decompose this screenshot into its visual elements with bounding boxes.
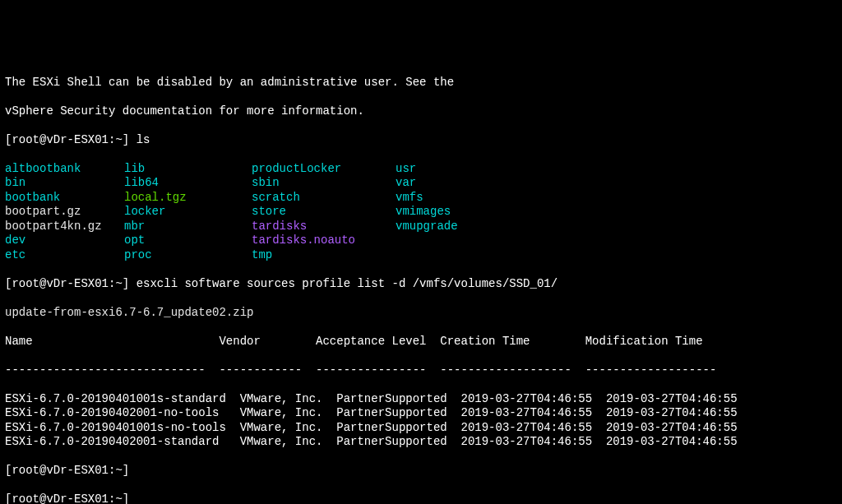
shell-prompt: [root@vDr-ESX01:~]	[5, 277, 129, 290]
shell-prompt: [root@vDr-ESX01:~]	[5, 464, 129, 477]
prompt-line[interactable]: [root@vDr-ESX01:~] esxcli software sourc…	[5, 277, 837, 292]
ls-entry	[396, 248, 494, 263]
ls-entry: tardisks	[252, 220, 396, 234]
table-header: Name Vendor Acceptance Level Creation Ti…	[5, 335, 837, 349]
ls-entry: dev	[5, 234, 124, 248]
ls-entry: usr	[396, 162, 494, 177]
ls-row: bootpart.gzlockerstorevmimages	[5, 205, 837, 220]
ls-entry: lib64	[124, 176, 252, 191]
ls-row: altbootbanklibproductLockerusr	[5, 162, 837, 177]
table-row: ESXi-6.7.0-20190401001s-no-tools VMware,…	[5, 421, 837, 436]
ls-entry: altbootbank	[5, 162, 124, 177]
table-rows: ESXi-6.7.0-20190401001s-standard VMware,…	[5, 392, 837, 450]
table-row: ESXi-6.7.0-20190402001-standard VMware, …	[5, 435, 837, 450]
ls-row: binlib64sbinvar	[5, 176, 837, 191]
ls-entry: productLocker	[252, 162, 396, 177]
ls-entry: var	[396, 176, 494, 191]
table-row: ESXi-6.7.0-20190401001s-standard VMware,…	[5, 392, 837, 407]
table-divider: ----------------------------- ----------…	[5, 363, 837, 378]
ls-row: bootbanklocal.tgzscratchvmfs	[5, 191, 837, 206]
prompt-line[interactable]: [root@vDr-ESX01:~] ls	[5, 133, 837, 148]
ls-entry: scratch	[252, 191, 396, 206]
ls-entry: opt	[124, 234, 252, 248]
ls-entry: bootpart.gz	[5, 205, 124, 220]
ls-entry: proc	[124, 248, 252, 263]
ls-entry: etc	[5, 248, 124, 263]
ls-row: etcproctmp	[5, 248, 837, 263]
ls-entry: store	[252, 205, 396, 220]
ls-entry: bootbank	[5, 191, 124, 206]
ls-row: devopttardisks.noauto	[5, 234, 837, 248]
command-ls: ls	[129, 133, 150, 146]
ls-entry: tardisks.noauto	[252, 234, 396, 248]
command-profile-list: esxcli software sources profile list -d …	[129, 277, 557, 290]
terminal-output: The ESXi Shell can be disabled by an adm…	[5, 61, 837, 504]
intro-line: vSphere Security documentation for more …	[5, 104, 837, 119]
ls-entry: vmimages	[396, 205, 494, 220]
shell-prompt: [root@vDr-ESX01:~]	[5, 492, 129, 504]
ls-entry: locker	[124, 205, 252, 220]
ls-entry: local.tgz	[124, 191, 252, 206]
command-continuation: update-from-esxi6.7-6.7_update02.zip	[5, 306, 837, 321]
ls-row: bootpart4kn.gzmbrtardisksvmupgrade	[5, 220, 837, 234]
table-row: ESXi-6.7.0-20190402001-no-tools VMware, …	[5, 406, 837, 421]
prompt-line[interactable]: [root@vDr-ESX01:~]	[5, 492, 837, 504]
ls-output: altbootbanklibproductLockerusrbinlib64sb…	[5, 162, 837, 263]
intro-line: The ESXi Shell can be disabled by an adm…	[5, 76, 837, 90]
prompt-line[interactable]: [root@vDr-ESX01:~]	[5, 464, 837, 479]
ls-entry: bin	[5, 176, 124, 191]
ls-entry: sbin	[252, 176, 396, 191]
shell-prompt: [root@vDr-ESX01:~]	[5, 133, 129, 146]
ls-entry: vmupgrade	[396, 220, 494, 234]
ls-entry: tmp	[252, 248, 396, 263]
ls-entry: mbr	[124, 220, 252, 234]
ls-entry: lib	[124, 162, 252, 177]
ls-entry: vmfs	[396, 191, 494, 206]
ls-entry	[396, 234, 494, 248]
ls-entry: bootpart4kn.gz	[5, 220, 124, 234]
